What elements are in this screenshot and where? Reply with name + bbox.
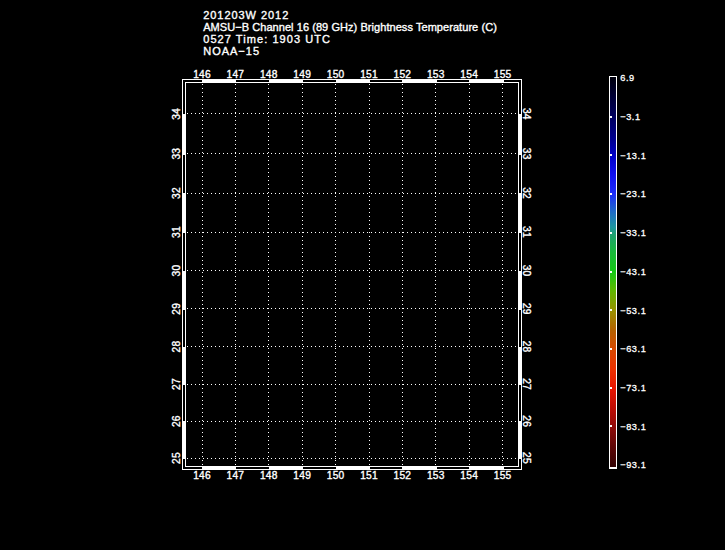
svg-text:155: 155	[494, 470, 512, 481]
svg-text:30: 30	[171, 265, 182, 277]
svg-text:146: 146	[193, 470, 211, 481]
svg-text:25: 25	[171, 452, 182, 464]
svg-text:152: 152	[394, 470, 412, 481]
svg-text:32: 32	[521, 187, 532, 199]
svg-text:33: 33	[521, 148, 532, 160]
svg-text:151: 151	[360, 470, 378, 481]
svg-text:30: 30	[521, 265, 532, 277]
svg-text:148: 148	[260, 470, 278, 481]
svg-text:−73.1: −73.1	[620, 383, 646, 393]
svg-text:−63.1: −63.1	[620, 344, 646, 354]
svg-text:29: 29	[171, 303, 182, 315]
svg-text:147: 147	[227, 69, 245, 80]
svg-text:153: 153	[427, 470, 445, 481]
svg-text:−83.1: −83.1	[620, 422, 646, 432]
svg-text:150: 150	[327, 69, 345, 80]
svg-text:−23.1: −23.1	[620, 189, 646, 199]
svg-text:150: 150	[327, 470, 345, 481]
svg-text:0527 Time: 1903 UTC: 0527 Time: 1903 UTC	[203, 33, 331, 45]
svg-text:34: 34	[521, 108, 532, 120]
svg-text:149: 149	[293, 470, 311, 481]
svg-text:152: 152	[394, 69, 412, 80]
svg-text:154: 154	[460, 470, 478, 481]
svg-text:29: 29	[521, 303, 532, 315]
svg-text:27: 27	[171, 378, 182, 390]
svg-text:151: 151	[360, 69, 378, 80]
svg-text:33: 33	[171, 148, 182, 160]
svg-text:147: 147	[227, 470, 245, 481]
svg-text:6.9: 6.9	[620, 73, 634, 83]
svg-text:32: 32	[171, 187, 182, 199]
svg-text:−3.1: −3.1	[620, 112, 640, 122]
svg-text:26: 26	[521, 415, 532, 427]
svg-text:28: 28	[171, 341, 182, 353]
svg-text:201203W 2012: 201203W 2012	[203, 9, 289, 21]
svg-text:−43.1: −43.1	[620, 267, 646, 277]
svg-text:149: 149	[293, 69, 311, 80]
svg-text:−53.1: −53.1	[620, 306, 646, 316]
svg-text:−33.1: −33.1	[620, 228, 646, 238]
svg-text:AMSU−B Channel 16 (89 GHz) Bri: AMSU−B Channel 16 (89 GHz) Brightness Te…	[203, 21, 497, 33]
svg-text:146: 146	[193, 69, 211, 80]
svg-text:148: 148	[260, 69, 278, 80]
svg-text:NOAA−15: NOAA−15	[203, 45, 260, 57]
svg-text:154: 154	[460, 69, 478, 80]
svg-text:25: 25	[521, 452, 532, 464]
svg-text:26: 26	[171, 415, 182, 427]
svg-text:155: 155	[494, 69, 512, 80]
svg-text:28: 28	[521, 341, 532, 353]
svg-text:31: 31	[521, 226, 532, 238]
svg-text:27: 27	[521, 378, 532, 390]
svg-text:153: 153	[427, 69, 445, 80]
svg-text:−13.1: −13.1	[620, 151, 646, 161]
svg-text:34: 34	[171, 108, 182, 120]
svg-text:−93.1: −93.1	[620, 460, 646, 470]
svg-text:31: 31	[171, 226, 182, 238]
